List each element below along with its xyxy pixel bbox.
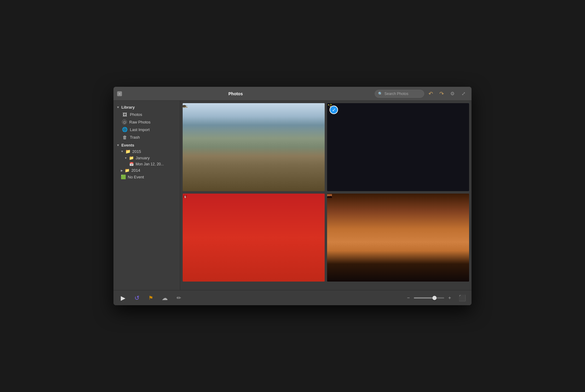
sidebar-item-last-import[interactable]: 🌐 Last Import [113,126,180,133]
redo-icon: ↷ [439,90,444,97]
bottom-toolbar: ▶ ↺ ⚑ ☁ ✏ − + ⬛ [113,290,472,305]
sidebar-item-trash[interactable]: 🗑 Trash [113,133,180,141]
january-folder-icon: 📁 [129,156,134,160]
beach-photo-svg [183,103,188,108]
food-photo-image [327,103,469,191]
photo-beach[interactable] [183,103,325,191]
svg-point-14 [328,105,329,105]
svg-rect-47 [185,196,185,197]
year-2014-chevron-icon: ▶ [121,169,123,172]
sidebar-item-2015[interactable]: ▼ 📁 2015 [113,148,180,155]
trash-label: Trash [130,135,140,140]
trash-icon: 🗑 [122,135,127,140]
raw-photos-icon: ⊙ [122,120,127,124]
year-2015-chevron-icon: ▼ [121,150,123,153]
zoom-slider-track [414,297,435,299]
zoom-slider-thumb[interactable] [432,296,437,300]
svg-point-68 [330,196,330,196]
svg-rect-59 [186,197,187,197]
zoom-out-button[interactable]: − [405,295,411,301]
brush-icon: ✏ [177,295,181,301]
january-chevron-icon: ▼ [124,157,127,160]
svg-rect-6 [185,107,188,108]
expand-icon: ⤢ [462,91,465,96]
zoom-slider[interactable] [414,297,444,299]
day-icon: 📅 [129,162,134,166]
sidebar-item-photos[interactable]: 🖼 Photos [113,111,180,118]
svg-point-43 [184,195,185,196]
title-bar-controls: 🔍 ↶ ↷ ⚙ ⤢ [375,90,468,98]
gear-icon: ⚙ [450,91,455,96]
cloud-button[interactable]: ☁ [160,293,169,302]
selected-badge: ✓ [330,106,338,114]
edit-button[interactable]: ✏ [174,293,183,302]
export-button[interactable]: ⬛ [458,293,467,302]
export-icon: ⬛ [458,294,466,302]
sidebar-item-no-event[interactable]: 🟩 No Event [113,174,180,180]
zoom-controls: − + [405,295,453,301]
flag-button[interactable]: ⚑ [146,293,155,302]
sidebar: ▼ Library 🖼 Photos ⊙ Raw Photos 🌐 Last I… [113,101,180,290]
play-icon: ▶ [121,294,125,302]
sidebar-item-january[interactable]: ▼ 📁 January [113,155,180,161]
red-building-photo-image [183,194,325,282]
events-chevron-icon: ▼ [117,144,120,147]
year-2015-label: 2015 [132,149,141,154]
red-building-photo-svg [183,194,188,198]
title-bar: × Photos 🔍 ↶ ↷ ⚙ ⤢ [113,87,472,101]
sunset-photo-image [327,194,469,282]
year-2015-folder-icon: 📁 [125,149,130,154]
undo-button[interactable]: ↶ [426,90,435,98]
fullscreen-button[interactable]: ⤢ [459,90,468,98]
sidebar-item-day[interactable]: 📅 Mon Jan 12, 20... [113,161,180,167]
photo-sunset[interactable] [327,194,469,282]
settings-button[interactable]: ⚙ [448,90,457,98]
no-event-icon: 🟩 [121,174,126,179]
app-window: × Photos 🔍 ↶ ↷ ⚙ ⤢ [113,87,472,305]
photo-grid: ✓ [180,101,472,290]
play-slideshow-button[interactable]: ▶ [118,293,127,302]
search-icon: 🔍 [378,92,383,96]
year-2014-folder-icon: 📁 [125,168,130,173]
window-title: Photos [113,91,375,96]
last-import-label: Last Import [130,127,150,132]
rotate-button[interactable]: ↺ [132,293,141,302]
svg-point-17 [329,105,330,105]
search-box[interactable]: 🔍 [375,90,424,98]
library-section-header[interactable]: ▼ Library [113,104,180,111]
redo-button[interactable]: ↷ [437,90,446,98]
library-label: Library [121,105,135,110]
cloud-icon: ☁ [162,294,168,302]
photos-icon: 🖼 [122,112,127,117]
events-section-header[interactable]: ▼ Events [113,141,180,148]
zoom-in-button[interactable]: + [447,295,453,301]
no-event-label: No Event [128,175,144,179]
search-input[interactable] [384,92,421,96]
flag-icon: ⚑ [148,295,153,301]
svg-rect-0 [183,104,188,105]
photo-food[interactable]: ✓ [327,103,469,191]
svg-point-67 [329,196,330,196]
main-content: ▼ Library 🖼 Photos ⊙ Raw Photos 🌐 Last I… [113,101,472,290]
undo-icon: ↶ [428,90,433,97]
sunset-photo-svg [327,194,332,198]
library-chevron-icon: ▼ [117,106,120,109]
day-label: Mon Jan 12, 20... [136,162,164,166]
rotate-icon: ↺ [134,294,140,302]
sidebar-item-raw-photos[interactable]: ⊙ Raw Photos [113,118,180,126]
year-2014-label: 2014 [131,168,140,173]
last-import-icon: 🌐 [122,127,127,132]
sidebar-item-2014[interactable]: ▶ 📁 2014 [113,167,180,174]
january-label: January [136,156,150,160]
beach-photo-image [183,103,325,191]
photo-red-building[interactable] [183,194,325,282]
svg-point-45 [186,195,187,196]
raw-photos-label: Raw Photos [129,120,150,124]
svg-point-35 [329,107,330,107]
photos-label: Photos [130,112,142,117]
events-label: Events [121,143,134,147]
